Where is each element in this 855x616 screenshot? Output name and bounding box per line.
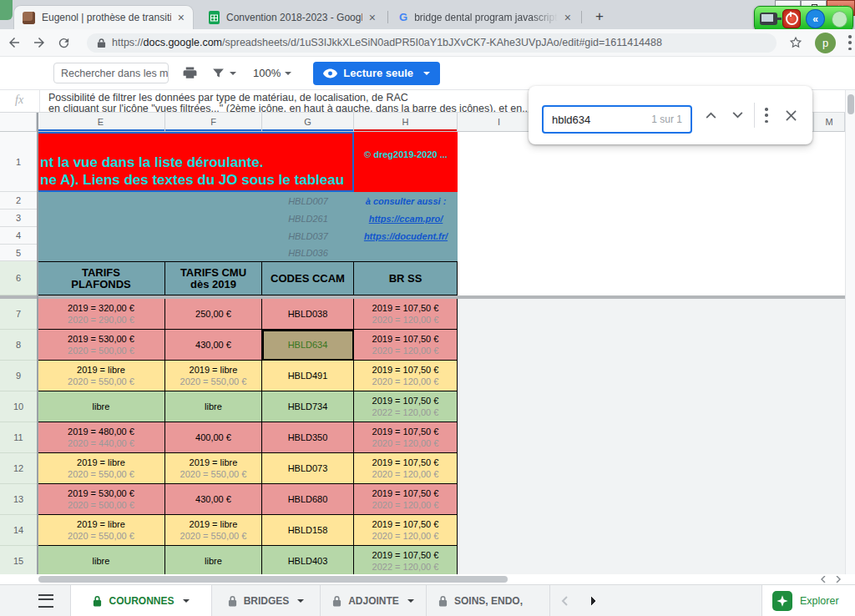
cell-h14[interactable]: 2019 = 107,50 €2020 = 120,00 € — [354, 515, 458, 546]
cell-g5-code[interactable]: HBLD036 — [262, 245, 354, 261]
cell-e9[interactable]: 2019 = libre2020 = 550,00 € — [37, 361, 165, 391]
row-header-9[interactable]: 9 — [0, 361, 37, 391]
browser-tab-sheets[interactable]: Convention 2018-2023 - Google × — [200, 5, 384, 29]
new-tab-button[interactable]: + — [589, 7, 610, 27]
table-header-g6[interactable]: CODES CCAM — [262, 261, 354, 295]
column-header-m[interactable]: M — [814, 113, 845, 132]
browser-tab-eugenol[interactable]: Eugenol | prothèse de transition × — [13, 5, 194, 29]
empty-area-scrolled[interactable] — [458, 295, 845, 574]
stop-record-button[interactable] — [782, 9, 801, 28]
sheet-tab-bridges[interactable]: BRIDGES — [212, 585, 321, 616]
row-header-1[interactable]: 1 — [0, 132, 37, 192]
cell-g7[interactable]: HBLD038 — [262, 299, 354, 330]
cell-f13[interactable]: 430,00 € — [165, 484, 262, 515]
cell-e11[interactable]: 2019 = 480,00 €2020 = 440,00 € — [37, 422, 165, 453]
sheet-tab-couronnes[interactable]: COURONNES — [70, 585, 212, 616]
cell-g11[interactable]: HBLD350 — [262, 422, 354, 453]
cell-h4-link[interactable]: https://docudent.fr/ — [354, 227, 458, 245]
capture-extra-button[interactable] — [832, 11, 847, 28]
cell-h13[interactable]: 2019 = 107,50 €2020 = 120,00 € — [354, 484, 458, 515]
bookmark-star-icon[interactable] — [788, 35, 803, 50]
cell-e12[interactable]: 2019 = libre2020 = 550,00 € — [37, 453, 165, 484]
cell-g8-search-match[interactable]: HBLD634 — [262, 330, 354, 361]
row-header-7[interactable]: 7 — [0, 299, 37, 330]
screen-capture-icon[interactable] — [760, 13, 777, 25]
cell-g4-code[interactable]: HBLD037 — [262, 227, 354, 245]
cell-h10[interactable]: 2019 = 107,50 €2022 = 120,00 € — [354, 391, 458, 422]
filter-views-button[interactable] — [211, 66, 236, 80]
scroll-right-icon[interactable] — [835, 576, 842, 583]
close-tab-icon[interactable]: × — [564, 12, 571, 23]
cell-f8[interactable]: 430,00 € — [165, 330, 262, 361]
zoom-select[interactable]: 100% — [253, 67, 291, 79]
cell-e13[interactable]: 2019 = 530,00 €2020 = 500,00 € — [37, 484, 165, 515]
cell-h8[interactable]: 2019 = 107,50 €2020 = 120,00 € — [354, 330, 458, 361]
close-find-icon[interactable] — [786, 110, 797, 121]
cell-e15[interactable]: libre — [37, 546, 165, 574]
cell-h11[interactable]: 2019 = 107,50 €2020 = 120,00 € — [354, 422, 458, 453]
forward-button[interactable] — [32, 35, 57, 50]
cell-f9[interactable]: 2019 = libre2020 = 550,00 € — [165, 361, 262, 391]
row-header-8[interactable]: 8 — [0, 330, 37, 361]
row-header-10[interactable]: 10 — [0, 391, 37, 422]
cell-g3-code[interactable]: HBLD261 — [262, 210, 354, 227]
cell-h9[interactable]: 2019 = 107,50 €2020 = 120,00 € — [354, 361, 458, 391]
cell-f10[interactable]: libre — [165, 391, 262, 422]
row-header-13[interactable]: 13 — [0, 484, 37, 515]
horizontal-scrollbar-thumb[interactable] — [38, 576, 508, 583]
sheet-tab-soins-endo[interactable]: SOINS, ENDO, — [427, 585, 550, 616]
print-button[interactable] — [182, 65, 198, 81]
vertical-scrollbar[interactable] — [845, 90, 855, 574]
table-header-h6[interactable]: BR SS — [354, 261, 458, 295]
row-header-15[interactable]: 15 — [0, 546, 37, 574]
column-header-h[interactable]: H — [354, 113, 458, 132]
scroll-left-icon[interactable] — [820, 576, 827, 583]
row-header-14[interactable]: 14 — [0, 515, 37, 546]
profile-avatar[interactable]: p — [815, 33, 836, 53]
spreadsheet-grid[interactable]: EFGHIM123456789101112131415nt la vue dan… — [0, 113, 855, 574]
cell-f11[interactable]: 400,00 € — [165, 422, 262, 453]
cell-g13[interactable]: HBLD680 — [262, 484, 354, 515]
table-header-f6[interactable]: TARIFS CMUdès 2019 — [165, 261, 262, 295]
next-sheets-icon[interactable] — [579, 585, 607, 616]
cell-h12[interactable]: 2019 = 107,50 €2020 = 120,00 € — [354, 453, 458, 484]
cell-e7[interactable]: 2019 = 320,00 €2020 = 290,00 € — [37, 299, 165, 330]
back-button[interactable] — [7, 35, 32, 50]
cell-f12[interactable]: 2019 = libre2020 = 550,00 € — [165, 453, 262, 484]
row-header-12[interactable]: 12 — [0, 453, 37, 484]
column-header-f[interactable]: F — [165, 113, 262, 132]
browser-tab-google[interactable]: G bridge dental program javascript × — [391, 5, 579, 29]
cell-e14[interactable]: 2019 = libre2020 = 550,00 € — [37, 515, 165, 546]
cell-e10[interactable]: libre — [37, 391, 165, 422]
cell-g15[interactable]: HBLD403 — [262, 546, 354, 574]
cell-h5-note[interactable] — [354, 245, 458, 261]
empty-area-frozen[interactable] — [458, 132, 845, 295]
all-sheets-menu-button[interactable] — [0, 585, 70, 616]
row-header-5[interactable]: 5 — [0, 245, 37, 261]
cell-g12[interactable]: HBLD073 — [262, 453, 354, 484]
address-bar[interactable]: https://docs.google.com/spreadsheets/d/1… — [87, 33, 777, 53]
cell-h2-note[interactable]: à consulter aussi : — [354, 192, 458, 210]
cell-h7[interactable]: 2019 = 107,50 €2020 = 120,00 € — [354, 299, 458, 330]
cell-h15[interactable]: 2019 = 107,50 €2022 = 120,00 € — [354, 546, 458, 574]
find-input[interactable]: hbld634 1 sur 1 — [542, 105, 692, 134]
cell-g10[interactable]: HBLD734 — [262, 391, 354, 422]
find-next-button[interactable] — [732, 112, 743, 119]
previous-sheets-icon[interactable] — [550, 585, 579, 616]
close-tab-icon[interactable]: × — [178, 12, 185, 23]
cell-g9[interactable]: HBLD491 — [262, 361, 354, 391]
row-header-2[interactable]: 2 — [0, 192, 37, 210]
cell-g14[interactable]: HBLD158 — [262, 515, 354, 546]
explore-button[interactable]: Explorer — [761, 585, 855, 616]
vertical-scrollbar-thumb[interactable] — [847, 94, 854, 114]
find-previous-button[interactable] — [706, 112, 716, 119]
cell-f15[interactable]: libre — [165, 546, 262, 574]
cell-h1-copyright[interactable]: © dreg2019-2020 ... — [354, 132, 458, 192]
sheet-menu-caret-icon[interactable] — [183, 599, 190, 603]
sheet-menu-caret-icon[interactable] — [407, 599, 414, 603]
row-header-3[interactable]: 3 — [0, 210, 37, 227]
close-tab-icon[interactable]: × — [369, 12, 376, 23]
find-options-icon[interactable] — [765, 108, 768, 123]
column-header-g[interactable]: G — [262, 113, 354, 132]
readonly-mode-button[interactable]: Lecture seule — [313, 62, 440, 85]
